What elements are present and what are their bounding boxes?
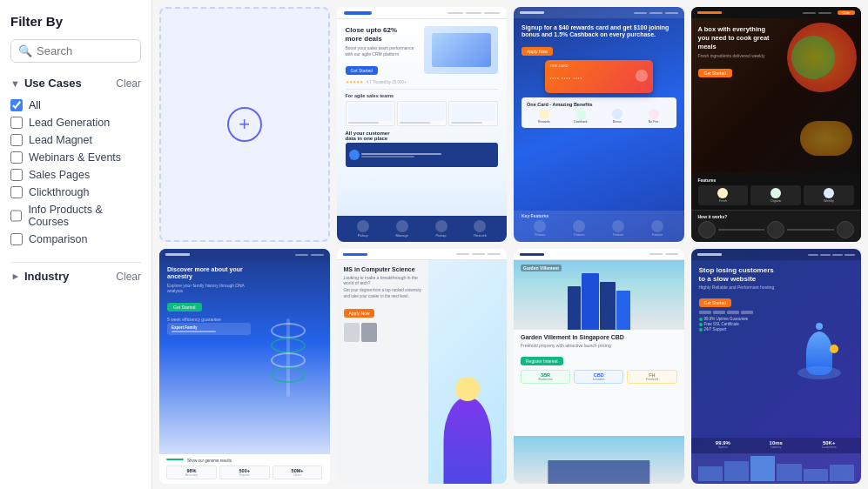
filter-checkbox-sales[interactable] [10, 169, 23, 181]
filter-label-all: All [29, 99, 41, 111]
filter-item-clickthrough[interactable]: Clickthrough [10, 184, 141, 201]
filter-checkbox-all[interactable] [10, 99, 23, 111]
use-cases-label: Use Cases [24, 77, 82, 90]
filter-checkbox-clickthrough[interactable] [10, 186, 23, 198]
main-content: + [152, 0, 868, 489]
filter-checkbox-webinars[interactable] [10, 151, 23, 164]
filter-checkbox-lead-gen[interactable] [10, 117, 23, 129]
add-icon: + [227, 107, 262, 142]
search-input[interactable] [37, 44, 133, 57]
filter-title: Filter By [10, 14, 141, 29]
filter-item-lead-magnet[interactable]: Lead Magnet [10, 131, 141, 149]
add-template-card[interactable]: + [159, 7, 330, 242]
search-icon: 🔍 [18, 44, 32, 57]
industry-section-toggle[interactable]: ▼ Industry [10, 270, 69, 283]
template-grid: + [159, 7, 861, 484]
template-card-food[interactable]: Order A box wit [691, 7, 862, 242]
filter-item-all[interactable]: All [10, 97, 141, 114]
filter-label-lead-magnet: Lead Magnet [29, 134, 92, 146]
industry-clear-button[interactable]: Clear [116, 271, 141, 283]
filter-label-clickthrough: Clickthrough [29, 186, 89, 198]
chevron-right-icon: ▼ [10, 271, 20, 281]
section-divider [10, 262, 141, 263]
filter-item-sales[interactable]: Sales Pages [10, 166, 141, 184]
filter-item-lead-gen[interactable]: Lead Generation [10, 114, 141, 131]
industry-label: Industry [24, 270, 69, 283]
use-cases-section-toggle[interactable]: ▼ Use Cases [10, 77, 82, 90]
filter-item-info[interactable]: Info Products & Courses [10, 201, 141, 231]
template-card-tech[interactable]: Stop losing customers to a slow website … [691, 249, 862, 484]
template-card-ancestry[interactable]: Discover more about your ancestry Explor… [159, 249, 330, 484]
filter-item-webinars[interactable]: Webinars & Events [10, 149, 141, 166]
chevron-down-icon: ▼ [10, 78, 20, 89]
filter-label-info: Info Products & Courses [28, 204, 141, 228]
filter-checkbox-comparison[interactable] [10, 233, 23, 245]
template-card-education[interactable]: MS in Computer Science Looking to make a… [337, 249, 508, 484]
template-card-property[interactable]: Garden Villement Garden Villement in Sin… [514, 249, 684, 484]
use-cases-header: ▼ Use Cases Clear [10, 77, 141, 90]
use-cases-list: All Lead Generation Lead Magnet Webinars… [10, 97, 141, 248]
filter-label-webinars: Webinars & Events [29, 151, 121, 164]
filter-checkbox-lead-magnet[interactable] [10, 134, 23, 146]
filter-item-comparison[interactable]: Comparison [10, 231, 141, 248]
filter-label-comparison: Comparison [29, 233, 87, 245]
filter-label-lead-gen: Lead Generation [29, 117, 110, 129]
sidebar: Filter By 🔍 ▼ Use Cases Clear All Lead G… [0, 0, 152, 489]
search-box[interactable]: 🔍 [10, 39, 141, 63]
template-card-sales[interactable]: Close upto 62%more deals Boost your sale… [337, 7, 508, 242]
filter-checkbox-info[interactable] [10, 210, 22, 222]
template-card-fintech[interactable]: Signup for a $40 rewards card and get $1… [514, 7, 684, 242]
filter-label-sales: Sales Pages [29, 169, 90, 181]
logo-bar [344, 11, 372, 15]
use-cases-clear-button[interactable]: Clear [116, 77, 141, 90]
industry-header: ▼ Industry Clear [10, 270, 141, 283]
